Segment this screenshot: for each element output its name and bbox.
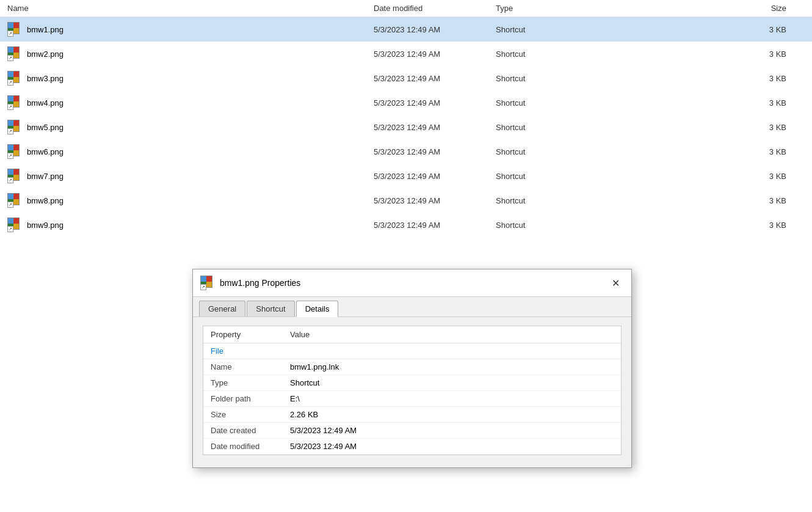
- detail-property: Size: [203, 407, 283, 423]
- dialog-close-button[interactable]: ✕: [607, 274, 624, 291]
- section-label: File: [203, 343, 621, 359]
- file-size: 3 KB: [618, 25, 805, 34]
- shortcut-arrow-icon: ↗: [7, 153, 13, 159]
- table-row[interactable]: ↗ bmw5.png 5/3/2023 12:49 AM Shortcut 3 …: [0, 115, 812, 139]
- dialog-title-left: ↗ bmw1.png Properties: [200, 276, 300, 290]
- list-item: Size 2.26 KB: [203, 407, 621, 423]
- table-row[interactable]: ↗ bmw9.png 5/3/2023 12:49 AM Shortcut 3 …: [0, 213, 812, 237]
- detail-value: 5/3/2023 12:49 AM: [283, 439, 621, 455]
- file-size: 3 KB: [618, 123, 805, 132]
- list-item: Type Shortcut: [203, 375, 621, 391]
- table-row[interactable]: ↗ bmw3.png 5/3/2023 12:49 AM Shortcut 3 …: [0, 66, 812, 90]
- shortcut-arrow-icon: ↗: [7, 177, 13, 183]
- file-type: Shortcut: [496, 147, 618, 156]
- file-type: Shortcut: [496, 172, 618, 181]
- file-type: Shortcut: [496, 98, 618, 108]
- column-header-type: Type: [496, 4, 618, 13]
- file-icon: ↗: [7, 46, 22, 61]
- file-name: bmw6.png: [27, 147, 63, 156]
- dialog-title: bmw1.png Properties: [220, 278, 300, 288]
- detail-property: Date created: [203, 423, 283, 439]
- detail-value: 5/3/2023 12:49 AM: [283, 423, 621, 439]
- tab-details[interactable]: Details: [296, 301, 339, 317]
- file-name: bmw4.png: [27, 98, 63, 108]
- file-name: bmw3.png: [27, 74, 63, 83]
- file-type: Shortcut: [496, 74, 618, 83]
- detail-property: Type: [203, 375, 283, 391]
- detail-value: 2.26 KB: [283, 407, 621, 423]
- list-item: Name bmw1.png.lnk: [203, 359, 621, 375]
- list-item: Date created 5/3/2023 12:49 AM: [203, 423, 621, 439]
- detail-property: Name: [203, 359, 283, 375]
- details-table-header-row: Property Value: [203, 326, 621, 343]
- column-header-name: Name: [7, 4, 374, 13]
- file-size: 3 KB: [618, 98, 805, 108]
- details-table-container: Property Value File Name bmw1.png.lnk Ty…: [203, 326, 622, 455]
- dialog-content: Property Value File Name bmw1.png.lnk Ty…: [193, 317, 631, 467]
- list-item: Folder path E:\: [203, 391, 621, 407]
- shortcut-arrow-icon: ↗: [7, 226, 13, 232]
- file-name: bmw7.png: [27, 172, 63, 181]
- file-icon: ↗: [7, 120, 22, 134]
- table-row[interactable]: ↗ bmw1.png 5/3/2023 12:49 AM Shortcut 3 …: [0, 17, 812, 42]
- dialog-tabs: GeneralShortcutDetails: [193, 297, 631, 317]
- tab-general[interactable]: General: [199, 301, 245, 316]
- file-type: Shortcut: [496, 221, 618, 230]
- file-date: 5/3/2023 12:49 AM: [374, 25, 496, 34]
- file-size: 3 KB: [618, 74, 805, 83]
- file-list-header: Name Date modified Type Size: [0, 0, 812, 17]
- file-name: bmw8.png: [27, 196, 63, 205]
- file-date: 5/3/2023 12:49 AM: [374, 221, 496, 230]
- detail-value: Shortcut: [283, 375, 621, 391]
- file-type: Shortcut: [496, 123, 618, 132]
- file-type: Shortcut: [496, 196, 618, 205]
- tab-shortcut[interactable]: Shortcut: [247, 301, 294, 316]
- detail-value: E:\: [283, 391, 621, 407]
- file-size: 3 KB: [618, 147, 805, 156]
- file-icon: ↗: [7, 22, 22, 37]
- file-size: 3 KB: [618, 49, 805, 59]
- shortcut-arrow-icon: ↗: [7, 128, 13, 134]
- dialog-icon: ↗: [200, 276, 215, 290]
- shortcut-arrow-icon: ↗: [7, 79, 13, 86]
- file-icon: ↗: [7, 144, 22, 159]
- file-date: 5/3/2023 12:49 AM: [374, 98, 496, 108]
- file-date: 5/3/2023 12:49 AM: [374, 74, 496, 83]
- file-name: bmw5.png: [27, 123, 63, 132]
- table-row[interactable]: ↗ bmw2.png 5/3/2023 12:49 AM Shortcut 3 …: [0, 42, 812, 66]
- detail-property: Date modified: [203, 439, 283, 455]
- table-row[interactable]: ↗ bmw6.png 5/3/2023 12:49 AM Shortcut 3 …: [0, 139, 812, 164]
- list-item: Date modified 5/3/2023 12:49 AM: [203, 439, 621, 455]
- file-icon: ↗: [7, 169, 22, 183]
- file-icon: ↗: [7, 193, 22, 208]
- file-date: 5/3/2023 12:49 AM: [374, 49, 496, 59]
- shortcut-arrow-icon: ↗: [7, 202, 13, 208]
- column-header-date: Date modified: [374, 4, 496, 13]
- file-date: 5/3/2023 12:49 AM: [374, 172, 496, 181]
- file-name: bmw1.png: [27, 25, 63, 34]
- table-row[interactable]: ↗ bmw7.png 5/3/2023 12:49 AM Shortcut 3 …: [0, 164, 812, 188]
- file-name: bmw9.png: [27, 221, 63, 230]
- file-date: 5/3/2023 12:49 AM: [374, 196, 496, 205]
- shortcut-arrow-icon: ↗: [7, 55, 13, 61]
- file-icon: ↗: [7, 95, 22, 110]
- file-size: 3 KB: [618, 221, 805, 230]
- dialog-titlebar: ↗ bmw1.png Properties ✕: [193, 269, 631, 297]
- details-table: Property Value File Name bmw1.png.lnk Ty…: [203, 326, 621, 455]
- column-header-size: Size: [618, 4, 805, 13]
- table-row[interactable]: ↗ bmw4.png 5/3/2023 12:49 AM Shortcut 3 …: [0, 90, 812, 115]
- file-rows-container: ↗ bmw1.png 5/3/2023 12:49 AM Shortcut 3 …: [0, 17, 812, 237]
- file-date: 5/3/2023 12:49 AM: [374, 123, 496, 132]
- details-section-header: File: [203, 343, 621, 359]
- file-icon: ↗: [7, 218, 22, 232]
- shortcut-arrow-icon: ↗: [7, 104, 13, 110]
- table-row[interactable]: ↗ bmw8.png 5/3/2023 12:49 AM Shortcut 3 …: [0, 188, 812, 213]
- file-name: bmw2.png: [27, 49, 63, 59]
- detail-value: bmw1.png.lnk: [283, 359, 621, 375]
- file-size: 3 KB: [618, 196, 805, 205]
- shortcut-arrow-icon: ↗: [200, 284, 206, 290]
- file-type: Shortcut: [496, 49, 618, 59]
- details-header-value: Value: [283, 326, 621, 343]
- file-size: 3 KB: [618, 172, 805, 181]
- shortcut-arrow-icon: ↗: [7, 31, 13, 37]
